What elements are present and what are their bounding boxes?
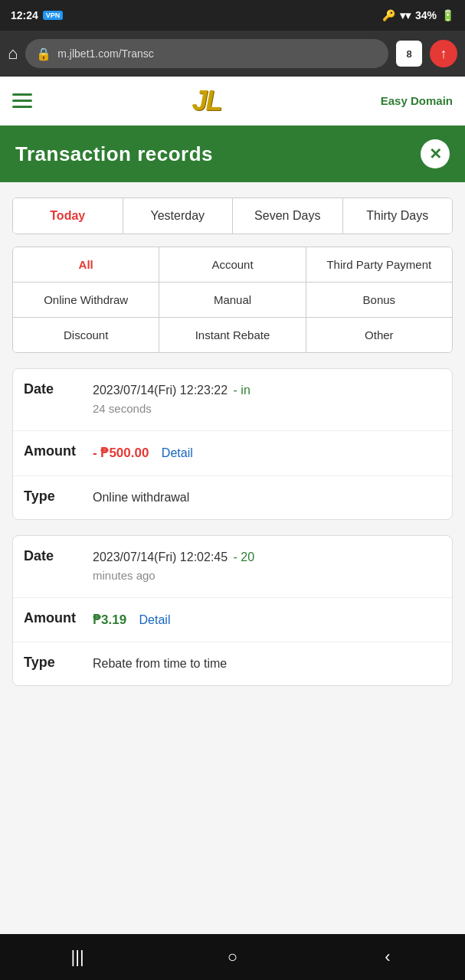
date-separator-2: - 20 [230,550,254,564]
status-left: 12:24 VPN [11,9,63,21]
hamburger-line [12,106,32,108]
cat-row-1: All Account Third Party Payment [13,247,452,283]
amount-number-2: ₱3.19 [93,612,126,627]
date-value-2: 2023/07/14(Fri) 12:02:45 - 20 minutes ag… [93,548,441,585]
url-text: m.jlbet1.com/Transc [57,47,378,60]
tab-count-button[interactable]: 8 [396,41,422,67]
cat-all[interactable]: All [13,247,159,282]
filter-seven-days[interactable]: Seven Days [233,198,343,234]
main-content: Today Yesterday Seven Days Thirty Days A… [0,182,465,934]
amount-label-2: Amount [24,610,93,626]
date-ago-1: 24 seconds [93,402,152,415]
detail-link-1[interactable]: Detail [162,446,193,459]
date-label-1: Date [24,381,93,397]
banner-title: Transaction records [15,142,213,166]
transaction-banner: Transaction records ✕ [0,126,465,182]
bottom-nav: ||| ○ ‹ [0,934,465,980]
hamburger-line [12,93,32,96]
logo-area: JL [192,85,221,117]
date-main-1: 2023/07/14(Fri) 12:23:22 [93,384,228,397]
upload-button[interactable]: ↑ [430,40,457,67]
tx-date-row-2: Date 2023/07/14(Fri) 12:02:45 - 20 minut… [13,536,452,598]
cat-other[interactable]: Other [306,318,452,352]
cat-instant-rebate[interactable]: Instant Rebate [159,318,306,352]
type-label-2: Type [24,655,93,671]
wifi-icon: ▾▾ [400,9,411,21]
status-right: 🔑 ▾▾ 34% 🔋 [382,9,454,21]
detail-link-2[interactable]: Detail [139,613,171,626]
tx-date-row-1: Date 2023/07/14(Fri) 12:23:22 - in 24 se… [13,369,452,431]
status-bar: 12:24 VPN 🔑 ▾▾ 34% 🔋 [0,0,465,31]
transaction-card-2: Date 2023/07/14(Fri) 12:02:45 - 20 minut… [12,535,453,687]
type-value-1: Online withdrawal [93,488,441,507]
battery-display: 34% [415,9,437,21]
date-main-2: 2023/07/14(Fri) 12:02:45 [93,550,228,564]
time-display: 12:24 [11,9,38,21]
cat-bonus[interactable]: Bonus [306,283,452,317]
hamburger-menu[interactable] [12,93,32,108]
nav-back-button[interactable]: ‹ [365,942,411,972]
type-label-1: Type [24,488,93,505]
cat-online-withdraw[interactable]: Online Withdraw [13,283,159,317]
cat-account[interactable]: Account [159,247,306,282]
amount-label-1: Amount [24,443,93,459]
signal-icon: 🔑 [382,9,395,21]
hamburger-line [12,100,32,102]
nav-menu-button[interactable]: ||| [54,942,100,972]
cat-row-2: Online Withdraw Manual Bonus [13,283,452,318]
amount-number-1: - ₱500.00 [93,446,149,460]
transaction-card-1: Date 2023/07/14(Fri) 12:23:22 - in 24 se… [12,368,453,520]
easy-domain-link[interactable]: Easy Domain [381,94,453,107]
url-box[interactable]: 🔒 m.jlbet1.com/Transc [25,39,388,68]
app-header: JL Easy Domain [0,77,465,126]
filter-yesterday[interactable]: Yesterday [123,198,234,234]
tx-type-row-1: Type Online withdrawal [13,476,452,519]
logo-text: JL [192,85,221,117]
cat-third-party[interactable]: Third Party Payment [306,247,452,282]
vpn-badge: VPN [43,11,64,20]
type-value-2: Rebate from time to time [93,655,441,673]
cat-manual[interactable]: Manual [159,283,306,317]
cat-row-3: Discount Instant Rebate Other [13,318,452,352]
date-filter-row: Today Yesterday Seven Days Thirty Days [12,198,453,234]
amount-value-1: - ₱500.00 Detail [93,443,441,463]
tx-amount-row-1: Amount - ₱500.00 Detail [13,431,452,476]
browser-bar: ⌂ 🔒 m.jlbet1.com/Transc 8 ↑ [0,31,465,77]
home-icon[interactable]: ⌂ [8,44,18,64]
date-label-2: Date [24,548,93,564]
battery-icon: 🔋 [441,9,454,21]
tx-type-row-2: Type Rebate from time to time [13,642,452,685]
category-filter: All Account Third Party Payment Online W… [12,247,453,353]
cat-discount[interactable]: Discount [13,318,159,352]
date-ago-2: minutes ago [93,569,156,582]
date-separator-1: - in [230,384,251,397]
tx-amount-row-2: Amount ₱3.19 Detail [13,598,452,643]
amount-value-2: ₱3.19 Detail [93,610,441,630]
nav-home-button[interactable]: ○ [209,942,255,972]
date-value-1: 2023/07/14(Fri) 12:23:22 - in 24 seconds [93,381,441,418]
filter-thirty-days[interactable]: Thirty Days [343,198,453,234]
lock-icon: 🔒 [36,47,51,61]
filter-today[interactable]: Today [13,198,123,234]
banner-close-button[interactable]: ✕ [421,139,450,168]
